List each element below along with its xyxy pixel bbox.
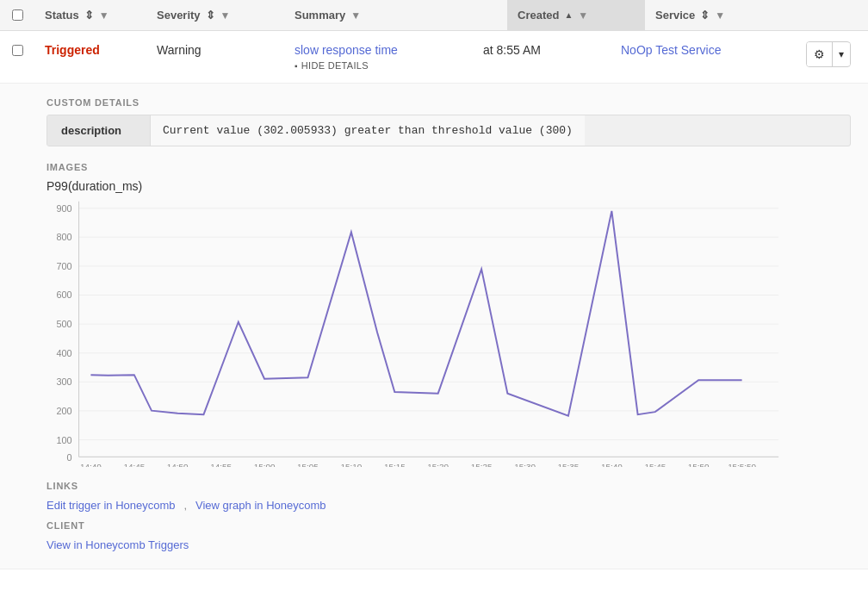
- th-created-filter-icon[interactable]: ▼: [578, 9, 588, 22]
- svg-text:700: 700: [57, 261, 72, 271]
- client-section: CLIENT View in Honeycomb Triggers: [46, 520, 851, 551]
- view-graph-link[interactable]: View graph in Honeycomb: [195, 499, 326, 512]
- svg-text:0: 0: [67, 452, 72, 463]
- th-created[interactable]: Created ▲ ▼: [507, 0, 645, 30]
- svg-text:400: 400: [57, 348, 72, 358]
- actions-button[interactable]: ⚙ ▾: [806, 41, 851, 67]
- td-service: NoOp Test Service: [611, 31, 799, 69]
- alert-table-row: Triggered Warning slow response time ▪ H…: [0, 31, 868, 84]
- status-value: Triggered: [45, 43, 100, 57]
- row-checkbox-cell: [0, 31, 34, 70]
- svg-text:800: 800: [57, 232, 72, 242]
- td-actions: ⚙ ▾: [799, 31, 868, 78]
- client-section-label: CLIENT: [46, 520, 851, 531]
- caret-down-icon: ▾: [833, 43, 850, 65]
- chart-title: P99(duration_ms): [46, 179, 851, 193]
- svg-text:14:40: 14:40: [80, 462, 102, 467]
- svg-text:15:45: 15:45: [644, 462, 666, 467]
- created-at-value: at 8:55 AM: [483, 43, 541, 57]
- svg-text:14:45: 14:45: [123, 462, 145, 467]
- svg-text:200: 200: [57, 406, 72, 416]
- td-created: at 8:55 AM: [473, 31, 611, 69]
- service-link[interactable]: NoOp Test Service: [621, 43, 721, 57]
- svg-text:15:00: 15:00: [254, 462, 276, 467]
- th-status-filter-icon[interactable]: ▼: [99, 9, 109, 22]
- select-all-checkbox[interactable]: [12, 9, 23, 21]
- header-checkbox-cell: [0, 1, 34, 29]
- svg-text:15:5:50: 15:5:50: [728, 462, 756, 467]
- hide-details-square-icon: ▪: [294, 61, 298, 71]
- svg-text:100: 100: [57, 435, 72, 445]
- th-status-label: Status: [45, 9, 79, 22]
- th-status[interactable]: Status ⇕ ▼: [34, 0, 146, 30]
- th-created-label: Created: [518, 9, 559, 22]
- th-summary[interactable]: Summary ▼: [284, 0, 507, 30]
- td-severity: Warning: [146, 31, 284, 69]
- service-name: NoOp Test Service: [621, 43, 721, 57]
- th-service-sort-icon: ⇕: [700, 9, 710, 22]
- custom-details-section-label: CUSTOM DETAILS: [46, 97, 851, 108]
- svg-text:900: 900: [57, 203, 72, 214]
- custom-detail-key: description: [47, 115, 151, 146]
- svg-text:15:30: 15:30: [514, 462, 536, 467]
- line-chart: 900 800 700 600 500 400 300 200 100 0: [46, 200, 787, 467]
- svg-text:300: 300: [57, 376, 72, 387]
- th-severity[interactable]: Severity ⇕ ▼: [146, 0, 284, 30]
- td-summary: slow response time ▪ HIDE DETAILS: [284, 31, 473, 83]
- gear-icon: ⚙: [807, 42, 833, 66]
- severity-value: Warning: [157, 43, 202, 57]
- view-honeycomb-triggers-link[interactable]: View in Honeycomb Triggers: [46, 538, 189, 551]
- svg-text:15:50: 15:50: [688, 462, 710, 467]
- chart-polyline: [90, 211, 741, 416]
- table-header: Status ⇕ ▼ Severity ⇕ ▼ Summary ▼ Create…: [0, 0, 868, 31]
- th-status-sort-icon: ⇕: [84, 9, 94, 22]
- links-section-label: LINKS: [46, 481, 851, 491]
- hide-details-label: HIDE DETAILS: [301, 60, 369, 71]
- svg-text:14:55: 14:55: [210, 462, 232, 467]
- svg-text:15:35: 15:35: [558, 462, 580, 467]
- svg-text:500: 500: [57, 319, 72, 329]
- details-panel: CUSTOM DETAILS description Current value…: [0, 84, 868, 569]
- th-severity-sort-icon: ⇕: [206, 9, 215, 22]
- images-section: IMAGES P99(duration_ms) 900 800 700 600 …: [46, 162, 851, 467]
- svg-text:15:40: 15:40: [601, 462, 623, 467]
- th-severity-label: Severity: [157, 9, 201, 22]
- images-section-label: IMAGES: [46, 162, 851, 172]
- svg-text:15:10: 15:10: [341, 462, 363, 467]
- custom-details-table: description Current value (302.005933) g…: [46, 115, 851, 146]
- edit-trigger-link[interactable]: Edit trigger in Honeycomb: [46, 499, 176, 512]
- th-severity-filter-icon[interactable]: ▼: [220, 9, 231, 22]
- row-checkbox[interactable]: [12, 45, 23, 56]
- svg-text:15:25: 15:25: [471, 462, 493, 467]
- th-service-label: Service: [655, 9, 695, 22]
- chart-container: 900 800 700 600 500 400 300 200 100 0: [46, 200, 787, 467]
- th-service-filter-icon[interactable]: ▼: [715, 9, 725, 22]
- th-summary-label: Summary: [294, 9, 345, 22]
- summary-link[interactable]: slow response time: [294, 43, 398, 57]
- th-service[interactable]: Service ⇕ ▼: [645, 0, 868, 30]
- svg-text:600: 600: [57, 289, 72, 300]
- svg-text:15:20: 15:20: [427, 462, 449, 467]
- th-summary-filter-icon[interactable]: ▼: [350, 9, 361, 22]
- svg-text:14:50: 14:50: [167, 462, 189, 467]
- links-section: LINKS Edit trigger in Honeycomb , View g…: [46, 481, 851, 512]
- th-created-sort-icon: ▲: [564, 10, 573, 20]
- svg-text:15:15: 15:15: [384, 462, 406, 467]
- svg-text:15:05: 15:05: [297, 462, 319, 467]
- td-status: Triggered: [34, 31, 146, 69]
- hide-details-button[interactable]: ▪ HIDE DETAILS: [294, 60, 462, 71]
- link-separator: ,: [183, 499, 187, 512]
- custom-detail-value: Current value (302.005933) greater than …: [151, 115, 585, 146]
